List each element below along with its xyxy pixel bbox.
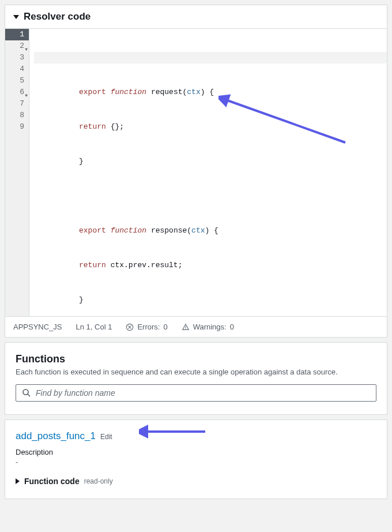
svg-point-5 <box>185 328 186 329</box>
line-number: 6▼ <box>5 87 29 98</box>
line-number: 9 <box>5 121 29 133</box>
line-number: 3 <box>5 52 29 63</box>
function-search-box[interactable] <box>16 384 376 402</box>
error-icon <box>126 323 134 331</box>
code-line <box>34 52 387 63</box>
resolver-code-panel: Resolver code 1 2▼ 3 4 5 6▼ 7 8 9 export… <box>5 5 387 338</box>
function-detail-panel: add_posts_func_1 Edit Description - Func… <box>5 419 387 499</box>
line-number: 1 <box>5 29 29 40</box>
warning-icon <box>182 323 190 331</box>
errors-label: Errors: <box>137 323 160 331</box>
line-number: 5 <box>5 75 29 87</box>
code-line <box>34 190 387 202</box>
code-line: export function request(ctx) { <box>34 87 387 98</box>
svg-line-7 <box>28 394 30 396</box>
function-code-toggle[interactable]: Function code read-only <box>16 477 376 486</box>
read-only-badge: read-only <box>84 477 113 485</box>
function-name-link[interactable]: add_posts_func_1 <box>16 430 96 442</box>
code-line: return {}; <box>34 121 387 133</box>
function-description-label: Description <box>16 448 376 456</box>
resolver-code-title: Resolver code <box>24 11 91 23</box>
editor-status-bar: APPSYNC_JS Ln 1, Col 1 Errors: 0 Warning… <box>5 317 387 337</box>
search-icon <box>22 388 31 398</box>
code-area[interactable]: export function request(ctx) { return {}… <box>29 29 387 316</box>
function-description-value: - <box>16 458 376 466</box>
code-line: } <box>34 156 387 167</box>
function-code-label: Function code <box>24 477 80 486</box>
language-indicator: APPSYNC_JS <box>13 323 62 331</box>
chevron-right-icon <box>16 478 20 484</box>
warnings-indicator: Warnings: 0 <box>182 323 234 331</box>
function-edit-link[interactable]: Edit <box>100 433 112 441</box>
line-number: 4 <box>5 63 29 75</box>
warnings-count: 0 <box>230 323 234 331</box>
functions-panel: Functions Each function is executed in s… <box>5 342 387 415</box>
cursor-position: Ln 1, Col 1 <box>76 323 112 331</box>
line-number: 7 <box>5 98 29 110</box>
code-line: export function response(ctx) { <box>34 225 387 237</box>
code-line: } <box>34 294 387 306</box>
line-gutter: 1 2▼ 3 4 5 6▼ 7 8 9 <box>5 29 29 316</box>
line-number: 2▼ <box>5 40 29 52</box>
svg-point-6 <box>23 389 28 395</box>
code-editor[interactable]: 1 2▼ 3 4 5 6▼ 7 8 9 export function requ… <box>5 28 387 317</box>
functions-title: Functions <box>16 353 376 365</box>
warnings-label: Warnings: <box>193 323 227 331</box>
chevron-down-icon <box>13 15 19 19</box>
errors-indicator: Errors: 0 <box>126 323 167 331</box>
errors-count: 0 <box>163 323 167 331</box>
code-line: return ctx.prev.result; <box>34 260 387 271</box>
resolver-code-header[interactable]: Resolver code <box>5 5 387 28</box>
line-number: 8 <box>5 110 29 121</box>
functions-subtitle: Each function is executed in sequence an… <box>16 368 376 376</box>
function-search-input[interactable] <box>36 388 370 398</box>
